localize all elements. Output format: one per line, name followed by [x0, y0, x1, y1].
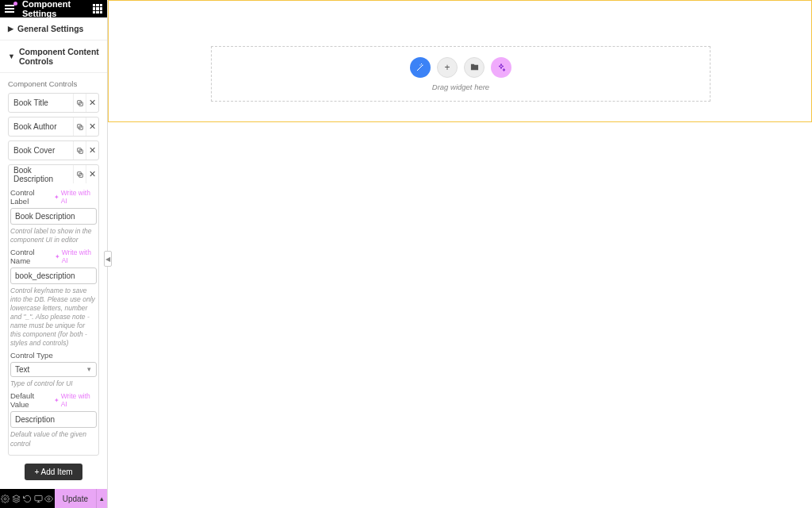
remove-icon[interactable]: ✕ [86, 165, 98, 183]
remove-icon[interactable]: ✕ [86, 94, 98, 112]
history-icon[interactable] [22, 489, 33, 508]
section-general-settings[interactable]: ▶ General Settings [0, 17, 107, 40]
control-item-book-description[interactable]: Book Description ✕ [9, 165, 98, 183]
control-item-book-title[interactable]: Book Title ✕ [9, 94, 98, 112]
folder-button[interactable] [464, 57, 485, 78]
svg-rect-10 [35, 495, 42, 500]
remove-icon[interactable]: ✕ [86, 141, 98, 160]
editor-canvas[interactable]: + Drag widget here [108, 0, 812, 508]
panel-title: Component Settings [22, 0, 93, 18]
control-item-book-author[interactable]: Book Author ✕ [9, 117, 98, 136]
control-type-label: Control Type [10, 351, 53, 360]
duplicate-icon[interactable] [73, 117, 86, 136]
widget-dropzone[interactable]: + Drag widget here [211, 46, 710, 102]
control-type-hint: Type of control for UI [10, 379, 97, 388]
preview-icon[interactable] [44, 489, 55, 508]
default-value-label: Default Value [10, 391, 54, 409]
control-label-hint: Control label to show in the component U… [10, 227, 97, 244]
caret-down-icon: ▼ [8, 52, 15, 60]
update-options-button[interactable]: ▴ [96, 489, 107, 508]
control-name-label: Control Name [10, 248, 55, 265]
duplicate-icon[interactable] [73, 141, 86, 160]
control-name-input[interactable] [10, 267, 97, 284]
dropzone-hint: Drag widget here [432, 83, 489, 91]
svg-marker-9 [13, 495, 20, 498]
write-with-ai-link[interactable]: Write with AI [55, 248, 97, 264]
settings-icon[interactable] [0, 489, 11, 508]
update-button[interactable]: Update [55, 489, 96, 508]
notification-dot [13, 2, 17, 6]
ai-sparkle-button[interactable] [491, 57, 511, 78]
remove-icon[interactable]: ✕ [86, 117, 98, 136]
magic-wand-button[interactable] [410, 57, 431, 78]
control-name-hint: Control key/name to save into the DB. Pl… [10, 287, 97, 348]
control-label-label: Control Label [10, 188, 54, 206]
menu-button[interactable] [5, 3, 16, 14]
layers-icon[interactable] [11, 489, 22, 508]
add-item-button[interactable]: Add Item [25, 464, 82, 480]
default-value-input[interactable] [10, 411, 97, 428]
responsive-icon[interactable] [33, 489, 44, 508]
duplicate-icon[interactable] [73, 94, 86, 112]
svg-point-8 [5, 498, 7, 500]
controls-group-label: Component Controls [8, 79, 99, 88]
svg-point-13 [48, 498, 51, 500]
default-value-hint: Default value of the given control [10, 430, 97, 448]
write-with-ai-link[interactable]: Write with AI [54, 392, 97, 408]
section-content-controls[interactable]: ▼ Component Content Controls [0, 40, 107, 73]
control-item-book-cover[interactable]: Book Cover ✕ [9, 141, 98, 160]
control-type-select[interactable]: Text [10, 362, 97, 377]
write-with-ai-link[interactable]: Write with AI [54, 189, 97, 205]
duplicate-icon[interactable] [73, 165, 86, 183]
collapse-sidebar-handle[interactable]: ◀ [104, 251, 112, 267]
apps-grid-icon[interactable] [93, 4, 102, 13]
add-widget-button[interactable]: + [437, 57, 458, 78]
caret-right-icon: ▶ [8, 25, 13, 33]
control-label-input[interactable] [10, 208, 97, 225]
